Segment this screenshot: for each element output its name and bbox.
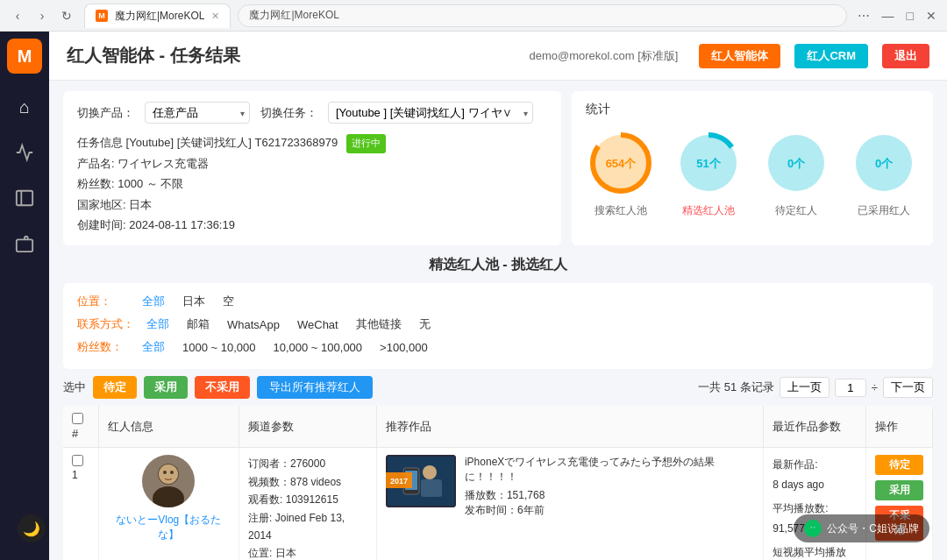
stats-circles: 654个 搜索红人池 51个	[586, 128, 919, 218]
top-panel: 切换产品： 任意产品 切换任务： [Youtube ] [关键词找红人] ワイヤ…	[63, 91, 933, 245]
forward-button[interactable]: ›	[32, 5, 53, 26]
reject-button[interactable]: 不采用	[195, 376, 250, 399]
product-select[interactable]: 任意产品	[145, 102, 250, 124]
tab-favicon: M	[96, 10, 108, 22]
product-thumb-svg: 2017	[386, 455, 456, 507]
sidebar-item-contacts[interactable]	[0, 175, 49, 221]
followers-filter-mid[interactable]: 10,000 ~ 100,000	[268, 339, 368, 356]
position-filter-japan[interactable]: 日本	[177, 292, 210, 311]
adopt-button[interactable]: 采用	[144, 376, 188, 399]
wechat-icon	[807, 522, 819, 535]
influencer-info: ないとーVlog【おるたな】	[108, 455, 231, 542]
pending-button[interactable]: 待定	[93, 376, 137, 399]
export-button[interactable]: 导出所有推荐红人	[257, 376, 373, 399]
task-title-text: 任务信息 [Youtube] [关键词找红人] T621723368979	[77, 136, 338, 149]
svg-text:0个: 0个	[875, 157, 894, 170]
row-influencer-cell: ないとーVlog【おるたな】	[98, 448, 239, 560]
table-body: 1	[63, 448, 933, 560]
minimize-icon[interactable]: —	[879, 7, 898, 25]
contact-filter-email[interactable]: 邮箱	[182, 315, 215, 334]
contact-filter-whatsapp[interactable]: WhatsApp	[222, 316, 285, 333]
channel-joined: 注册: Joined Feb 13, 2014	[248, 509, 367, 545]
col-channel: 频道参数	[239, 406, 377, 448]
sidebar-item-trending[interactable]	[0, 130, 49, 175]
browser-action-buttons: ⋯ — □ ✕	[854, 7, 940, 25]
contact-filter-none[interactable]: 无	[414, 315, 436, 334]
section-title: 精选红人池 - 挑选红人	[63, 256, 933, 274]
filter-bar: 位置： 全部 日本 空 联系方式： 全部 邮箱 WhatsApp WeChat …	[63, 283, 933, 369]
row-pending-button[interactable]: 待定	[875, 455, 923, 475]
contact-filter-row: 联系方式： 全部 邮箱 WhatsApp WeChat 其他链接 无	[77, 315, 919, 334]
row-checkbox[interactable]	[72, 455, 83, 466]
logout-button[interactable]: 退出	[882, 44, 929, 68]
browser-tab[interactable]: M 魔力网红|MoreKOL ✕	[84, 4, 231, 28]
table-row: 1	[63, 448, 933, 560]
recent-short-label: 短视频平均播放数:	[773, 542, 857, 560]
recent-latest-label: 最新作品:	[773, 455, 857, 475]
row-stats-cell: 最新作品: 8 days ago 平均播放数: 91,577 短视频平均播放数:…	[764, 448, 866, 560]
prev-page-button[interactable]: 上一页	[780, 377, 830, 398]
reload-button[interactable]: ↻	[56, 5, 77, 26]
circle-label-adopted: 已采用红人	[858, 203, 910, 218]
sidebar-item-home[interactable]: ⌂	[0, 84, 49, 130]
col-id: #	[63, 406, 98, 448]
product-filter-row: 切换产品： 任意产品 切换任务： [Youtube ] [关键词找红人] ワイヤ…	[77, 102, 547, 124]
watermark-text: 公众号・C姐说品牌	[827, 521, 919, 536]
agent-button[interactable]: 红人智能体	[699, 44, 780, 68]
back-button[interactable]: ‹	[7, 5, 28, 26]
col-action: 操作	[866, 406, 933, 448]
select-all-checkbox[interactable]	[72, 413, 83, 424]
next-page-button[interactable]: 下一页	[883, 377, 933, 398]
stat-adopted[interactable]: 0个 已采用红人	[849, 128, 919, 218]
row-channel-cell: 订阅者：276000 视频数：878 videos 观看数: 103912615…	[239, 448, 377, 560]
main-content: 红人智能体 - 任务结果 demo@morekol.com [标准版] 红人智能…	[49, 32, 947, 560]
pagination: 一共 51 条记录 上一页 ÷ 下一页	[698, 377, 933, 398]
crm-button[interactable]: 红人CRM	[794, 44, 868, 68]
svg-text:2017: 2017	[390, 477, 408, 486]
product-published: 发布时间：6年前	[465, 503, 754, 518]
svg-rect-22	[421, 479, 442, 497]
maximize-icon[interactable]: □	[903, 7, 917, 25]
col-stats: 最近作品参数	[764, 406, 866, 448]
followers-filter-large[interactable]: >100,000	[374, 339, 433, 356]
total-records: 一共 51 条记录	[698, 379, 774, 395]
contact-filter-other[interactable]: 其他链接	[351, 315, 407, 334]
stat-selected-pool[interactable]: 51个 精选红人池	[673, 128, 744, 218]
nav-buttons: ‹ › ↻	[7, 5, 77, 26]
task-info-card: 切换产品： 任意产品 切换任务： [Youtube ] [关键词找红人] ワイヤ…	[63, 91, 561, 245]
row-adopt-button[interactable]: 采用	[875, 480, 923, 500]
task-select[interactable]: [Youtube ] [关键词找红人] ワイヤ∨	[328, 102, 533, 124]
close-window-icon[interactable]: ✕	[922, 7, 940, 25]
address-bar[interactable]: 魔力网红|MoreKOL	[238, 4, 846, 27]
followers-filter-all[interactable]: 全部	[137, 337, 170, 357]
position-filter-empty[interactable]: 空	[217, 292, 239, 311]
tab-label: 魔力网红|MoreKOL	[115, 9, 204, 24]
page-title: 红人智能体 - 任务结果	[67, 44, 515, 67]
stat-pending[interactable]: 0个 待定红人	[761, 128, 831, 218]
sidebar-item-tasks[interactable]	[0, 221, 49, 266]
dark-mode-toggle[interactable]: 🌙	[18, 514, 46, 542]
influencer-name[interactable]: ないとーVlog【おるたな】	[108, 513, 231, 542]
circle-svg-654: 654个	[586, 128, 656, 198]
extensions-icon[interactable]: ⋯	[854, 7, 873, 25]
contact-filter-all[interactable]: 全部	[141, 315, 174, 334]
row-id: 1	[63, 448, 98, 560]
page-input[interactable]	[835, 379, 866, 397]
recent-stats: 最新作品: 8 days ago 平均播放数: 91,577 短视频平均播放数:…	[773, 455, 857, 560]
table-controls: 选中 待定 采用 不采用 导出所有推荐红人 一共 51 条记录 上一页 ÷ 下一…	[63, 376, 933, 399]
tab-close-button[interactable]: ✕	[211, 11, 219, 22]
product-filter-label: 切换产品：	[77, 105, 134, 121]
position-filter-label: 位置：	[77, 294, 130, 309]
circle-51: 51个	[673, 128, 744, 198]
task-created: 创建时间: 2024-08-11 17:36:19	[77, 215, 547, 235]
table-header: # 红人信息 频道参数 推荐作品 最近作品参数 操作	[63, 406, 933, 448]
task-status-badge: 进行中	[346, 134, 386, 153]
contact-filter-wechat[interactable]: WeChat	[292, 316, 344, 333]
task-detail: 任务信息 [Youtube] [关键词找红人] T621723368979 进行…	[77, 132, 547, 235]
circle-adopted: 0个	[849, 128, 919, 198]
channel-videos: 视频数：878 videos	[248, 473, 367, 491]
position-filter-all[interactable]: 全部	[137, 292, 170, 311]
followers-filter-small[interactable]: 1000 ~ 10,000	[177, 339, 261, 356]
channel-subscribers: 订阅者：276000	[248, 455, 367, 472]
stat-search-pool[interactable]: 654个 搜索红人池	[586, 128, 656, 218]
